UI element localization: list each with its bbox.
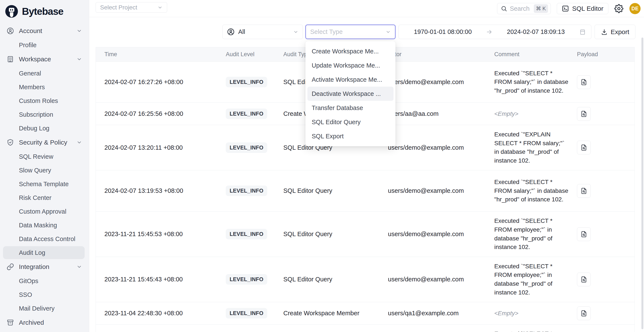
sql-editor-button[interactable]: SQL Editor xyxy=(557,3,608,14)
sidebar-item-security-policy[interactable]: Security & Policy xyxy=(0,135,89,150)
payload-cell xyxy=(577,307,634,320)
sidebar-item-label: Profile xyxy=(19,42,36,49)
date-range-picker[interactable]: 1970-01-01 08:00:00 2024-02-07 18:09:13 xyxy=(398,25,591,39)
sidebar-item-gitops[interactable]: GitOps xyxy=(0,274,89,288)
date-start-value[interactable]: 1970-01-01 08:00:00 xyxy=(404,28,482,35)
sidebar-item-label: Audit Log xyxy=(19,249,45,256)
sidebar-item-workspace[interactable]: Workspace xyxy=(0,52,89,66)
sidebar-item-data-masking[interactable]: Data Masking xyxy=(0,218,89,232)
project-select[interactable]: Select Project xyxy=(96,2,167,13)
payload-cell xyxy=(577,184,634,198)
type-option-create-workspace-me[interactable]: Create Workspace Me... xyxy=(308,44,394,58)
sidebar-item-data-access-control[interactable]: Data Access Control xyxy=(0,232,89,246)
sidebar-item-members[interactable]: Members xyxy=(0,80,89,94)
comment-cell: Executed `"SELECT * FROM employee;"` in … xyxy=(494,211,577,257)
comment-cell: Executed `"SELECT * FROM employee;"` in … xyxy=(494,257,577,302)
payload-view-button[interactable] xyxy=(577,273,591,286)
calendar-icon xyxy=(579,28,586,35)
avatar[interactable]: DE xyxy=(630,3,640,14)
column-header-comment: Comment xyxy=(494,51,577,58)
column-header-audit-level: Audit Level xyxy=(226,51,283,58)
table-row: 2023-11-04 22:48:30 +08:00LEVEL_INFOCrea… xyxy=(96,302,634,325)
page-scrollbar[interactable] xyxy=(641,17,644,332)
type-filter-placeholder: Select Type xyxy=(310,28,342,35)
type-option-update-workspace-me[interactable]: Update Workspace Me... xyxy=(308,58,394,72)
comment-text: Executed `"EXPLAIN SELECT * FROM salary;… xyxy=(494,125,568,170)
page-scrollbar-thumb[interactable] xyxy=(642,37,643,329)
time-cell: 2024-02-07 16:25:56 +08:00 xyxy=(96,110,226,117)
actor-cell: users/demo@example.com xyxy=(388,231,494,238)
gear-icon[interactable] xyxy=(614,4,624,13)
type-filter-select[interactable]: Select Type xyxy=(306,25,396,39)
sidebar-item-profile[interactable]: Profile xyxy=(0,38,89,52)
payload-view-button[interactable] xyxy=(577,75,591,89)
sidebar-item-mail-delivery[interactable]: Mail Delivery xyxy=(0,302,89,315)
user-circle-icon xyxy=(227,28,235,36)
file-search-icon xyxy=(580,276,588,283)
sidebar-item-label: Subscription xyxy=(19,111,53,118)
payload-view-button[interactable] xyxy=(577,141,591,155)
search-input[interactable]: Search ⌘ K xyxy=(497,3,551,14)
topbar-right-cluster: Search ⌘ K SQL Editor DE xyxy=(497,0,640,17)
chevron-down-icon xyxy=(293,29,298,34)
chevron-down-icon xyxy=(158,5,162,10)
sidebar-item-debug-log[interactable]: Debug Log xyxy=(0,121,89,135)
type-option-deactivate-workspace[interactable]: Deactivate Workspace ... xyxy=(308,87,394,101)
chevron-down-icon xyxy=(76,264,82,270)
comment-cell: Executed `"SELECT * FROM department;"` i… xyxy=(494,325,577,332)
type-option-activate-workspace-me[interactable]: Activate Workspace Me... xyxy=(308,72,394,87)
sidebar-item-account[interactable]: Account xyxy=(0,24,89,38)
date-end-value[interactable]: 2024-02-07 18:09:13 xyxy=(497,28,575,35)
actor-filter-select[interactable]: All xyxy=(222,25,303,39)
audit-type-cell: SQL Editor Query xyxy=(283,231,388,238)
comment-cell: Executed `"SELECT * FROM salary;"` in da… xyxy=(494,64,577,100)
audit-type-cell: SQL Editor Query xyxy=(283,187,388,194)
comment-text: Executed `"SELECT * FROM salary;"` in da… xyxy=(494,173,568,209)
payload-view-button[interactable] xyxy=(577,107,591,121)
file-search-icon xyxy=(580,144,588,151)
payload-view-button[interactable] xyxy=(577,227,591,241)
sidebar-item-sso[interactable]: SSO xyxy=(0,288,89,302)
sidebar-item-label: Custom Roles xyxy=(19,97,58,104)
audit-type-cell: SQL Editor Query xyxy=(283,276,388,283)
actor-cell: users/demo@example.com xyxy=(388,187,494,194)
sidebar-item-label: Security & Policy xyxy=(19,139,67,146)
brand-logo[interactable]: Bytebase xyxy=(0,0,89,21)
sidebar-item-label: Account xyxy=(19,27,42,34)
chevron-down-icon xyxy=(76,28,82,34)
brand-name: Bytebase xyxy=(22,5,63,17)
sidebar-item-archived[interactable]: Archived xyxy=(0,315,89,330)
time-cell: 2023-11-21 15:45:53 +08:00 xyxy=(96,231,226,238)
time-cell: 2024-02-07 13:20:11 +08:00 xyxy=(96,144,226,151)
sidebar-item-audit-log[interactable]: Audit Log xyxy=(0,246,89,260)
sidebar-item-subscription[interactable]: Subscription xyxy=(0,108,89,121)
actor-cell: users/aa@aa.com xyxy=(388,110,494,117)
payload-view-button[interactable] xyxy=(577,184,591,198)
level-badge: LEVEL_INFO xyxy=(226,142,267,153)
type-option-sql-export[interactable]: SQL Export xyxy=(308,129,394,143)
export-button[interactable]: Export xyxy=(594,25,636,39)
payload-view-button[interactable] xyxy=(577,307,591,320)
sidebar-item-slow-query[interactable]: Slow Query xyxy=(0,164,89,177)
chevron-down-icon xyxy=(76,56,82,62)
comment-cell: Executed `"EXPLAIN SELECT * FROM salary;… xyxy=(494,125,577,170)
type-option-sql-editor-query[interactable]: SQL Editor Query xyxy=(308,115,394,129)
sidebar-item-sql-review[interactable]: SQL Review xyxy=(0,150,89,164)
audit-level-cell: LEVEL_INFO xyxy=(226,109,283,119)
sidebar-item-custom-approval[interactable]: Custom Approval xyxy=(0,205,89,218)
level-badge: LEVEL_INFO xyxy=(226,229,267,239)
sidebar-item-label: GitOps xyxy=(19,278,38,285)
payload-cell xyxy=(577,107,634,121)
sidebar-item-general[interactable]: General xyxy=(0,66,89,80)
file-search-icon xyxy=(580,187,588,194)
link-icon xyxy=(6,263,14,271)
type-option-transfer-database[interactable]: Transfer Database xyxy=(308,101,394,115)
time-cell: 2024-02-07 16:27:26 +08:00 xyxy=(96,78,226,86)
sidebar-item-risk-center[interactable]: Risk Center xyxy=(0,191,89,205)
sidebar-item-schema-template[interactable]: Schema Template xyxy=(0,177,89,191)
sidebar-item-label: Data Access Control xyxy=(19,235,76,243)
sidebar-item-label: Debug Log xyxy=(19,125,50,132)
payload-cell xyxy=(577,227,634,241)
sidebar-item-custom-roles[interactable]: Custom Roles xyxy=(0,94,89,108)
sidebar-item-integration[interactable]: Integration xyxy=(0,260,89,274)
